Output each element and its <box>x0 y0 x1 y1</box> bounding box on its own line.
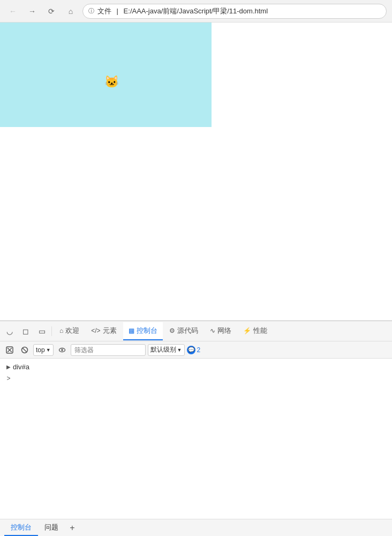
inspect-element-button[interactable]: ◡ <box>2 324 17 339</box>
tab-performance-label: 性能 <box>253 326 267 336</box>
stop-icon <box>21 346 28 354</box>
tab-separator <box>51 326 52 336</box>
dropdown-arrow-icon: ▼ <box>46 347 51 353</box>
elements-icon: </> <box>91 327 100 334</box>
status-tab-console[interactable]: 控制台 <box>4 520 38 536</box>
status-tab-issues[interactable]: 问题 <box>38 520 65 536</box>
devtools-toolbar: top ▼ 默认级别 ▼ 💬 2 <box>0 341 392 359</box>
url-separator: | <box>115 7 120 15</box>
clear-icon <box>6 346 13 354</box>
console-row: ▶ div#a <box>0 361 392 373</box>
url-path: E:/AAA-java/前端/JavaScript/甲梁/11-dom.html <box>124 6 268 16</box>
show-preview-button[interactable] <box>56 344 69 356</box>
tab-welcome-label: 欢迎 <box>65 326 79 336</box>
home-button[interactable]: ⌂ <box>63 4 78 19</box>
url-text: 文件 <box>97 6 111 16</box>
add-tab-button[interactable]: + <box>65 520 80 535</box>
tab-network-label: 网络 <box>217 326 231 336</box>
sources-icon: ⚙ <box>169 327 175 334</box>
lock-icon: ⓘ <box>88 7 94 15</box>
address-bar[interactable]: ⓘ 文件 | E:/AAA-java/前端/JavaScript/甲梁/11-d… <box>82 4 387 19</box>
tab-performance[interactable]: ⚡ 性能 <box>238 322 273 340</box>
message-count-icon: 💬 <box>187 346 195 354</box>
console-content: ▶ div#a > <box>0 359 392 536</box>
filter-input[interactable] <box>71 344 146 356</box>
level-dropdown[interactable]: 默认级别 ▼ <box>148 344 185 356</box>
console-prompt-row: > <box>0 373 392 384</box>
svg-point-6 <box>61 349 63 351</box>
tab-welcome[interactable]: ⌂ 欢迎 <box>54 322 85 340</box>
devtools-tab-bar: ◡ ◻ ▭ ⌂ 欢迎 </> 元素 ▩ 控制台 ⚙ 源代码 ∿ 网络 ⚡ 性能 <box>0 321 392 341</box>
context-dropdown[interactable]: top ▼ <box>33 344 54 356</box>
node-text: div#a <box>13 363 29 371</box>
level-arrow-icon: ▼ <box>177 347 182 353</box>
welcome-icon: ⌂ <box>59 327 63 334</box>
tab-elements[interactable]: </> 元素 <box>86 322 122 340</box>
console-prompt-button[interactable]: > <box>4 374 13 383</box>
refresh-button[interactable]: ⟳ <box>44 4 59 19</box>
network-icon: ∿ <box>210 327 215 334</box>
svg-line-4 <box>22 348 27 352</box>
browser-toolbar: ← → ⟳ ⌂ ⓘ 文件 | E:/AAA-java/前端/JavaScript… <box>0 0 392 23</box>
tab-sources-label: 源代码 <box>177 326 198 336</box>
forward-button[interactable]: → <box>25 4 40 19</box>
tab-console[interactable]: ▩ 控制台 <box>123 322 163 340</box>
message-count-label: 2 <box>197 346 201 354</box>
tab-network[interactable]: ∿ 网络 <box>205 322 237 340</box>
performance-icon: ⚡ <box>243 327 251 334</box>
cyan-box: 🐱 <box>0 23 212 127</box>
console-icon: ▩ <box>129 327 134 334</box>
tab-sources[interactable]: ⚙ 源代码 <box>164 322 203 340</box>
tab-console-label: 控制台 <box>137 326 157 336</box>
tab-elements-label: 元素 <box>103 326 117 336</box>
devtools-panel: ◡ ◻ ▭ ⌂ 欢迎 </> 元素 ▩ 控制台 ⚙ 源代码 ∿ 网络 ⚡ 性能 <box>0 321 392 536</box>
device-toolbar-button[interactable]: ◻ <box>18 324 33 339</box>
status-bar: 控制台 问题 + <box>0 519 392 536</box>
message-count: 💬 2 <box>187 346 201 354</box>
status-console-label: 控制台 <box>11 523 32 532</box>
expand-node-button[interactable]: ▶ <box>4 362 13 371</box>
dock-button[interactable]: ▭ <box>34 324 49 339</box>
eye-icon <box>58 346 66 354</box>
character-sprite: 🐱 <box>104 76 119 88</box>
clear-console-button[interactable] <box>3 344 16 356</box>
page-content: 🐱 <box>0 23 392 321</box>
level-label: 默认级别 <box>150 345 176 354</box>
back-button[interactable]: ← <box>5 4 20 19</box>
context-label: top <box>36 346 45 354</box>
stop-messages-button[interactable] <box>18 344 31 356</box>
status-issues-label: 问题 <box>44 523 58 532</box>
